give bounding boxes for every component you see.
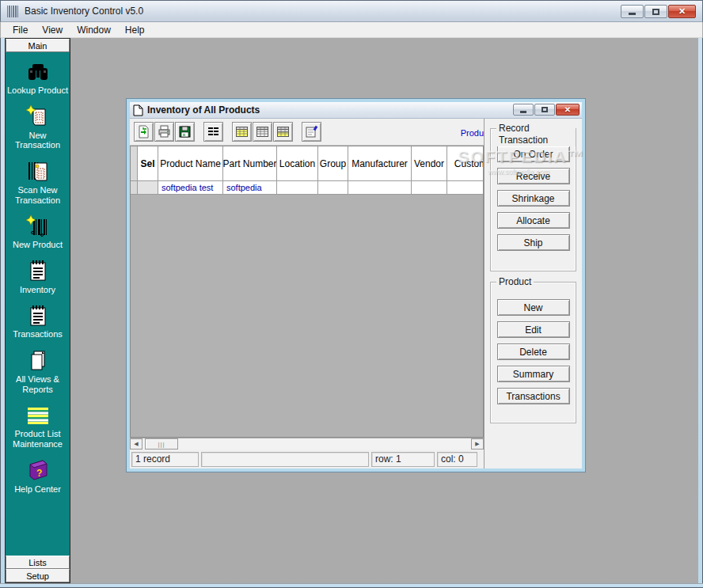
column-header-part-number[interactable]: Part Number [223,146,277,181]
column-header-location[interactable]: Location [277,146,318,181]
grid-data-row[interactable]: softpedia test softpedia [131,181,483,195]
horizontal-scrollbar[interactable]: ◀ ||| ▶ [130,438,484,450]
sidebar-item-label: Scan New Transaction [15,185,60,205]
status-message [201,452,369,467]
documents-icon [27,348,49,373]
delete-product-button[interactable]: Delete [497,343,570,360]
restore-icon [542,107,548,112]
action-panel: Record Transaction On Order Receive Shri… [484,119,582,469]
close-icon: ✕ [564,105,571,114]
print-button[interactable] [154,122,174,142]
shrinkage-button[interactable]: Shrinkage [497,190,570,207]
sidebar-item-lookup-product[interactable]: Lookup Product [6,59,70,96]
application-window: { "window": { "title": "Basic Inventory … [0,0,703,588]
refresh-icon [137,125,150,138]
child-minimize-button[interactable] [513,104,534,116]
document-icon [133,104,143,116]
sidebar-item-label: Transactions [13,329,63,340]
child-window-inventory: Inventory of All Products ✕ [127,99,585,472]
sidebar-item-label: New Transaction [15,131,60,150]
column-header-vendor[interactable]: Vendor [412,146,447,181]
rows-view-button[interactable] [203,122,223,142]
close-button[interactable]: ✕ [668,5,696,18]
maximize-button[interactable] [644,5,667,18]
group-title: Record Transaction [496,123,576,146]
save-button[interactable] [175,122,195,142]
menu-help[interactable]: Help [118,23,152,37]
window-border-right [698,38,703,588]
minimize-button[interactable] [621,5,644,18]
sidebar-item-label: Product List Maintenance [13,429,63,449]
maximize-icon [652,9,659,15]
grid-header-row: Sel Product Name Part Number Location Gr… [131,146,483,181]
status-row: row: 1 [371,452,435,467]
cell-location[interactable] [277,181,318,195]
titlebar: Basic Inventory Control v5.0 ✕ [0,0,703,22]
scroll-right-button[interactable]: ▶ [471,438,484,450]
minimize-icon [520,111,526,113]
menu-view[interactable]: View [35,23,70,37]
sidebar-item-scan-new-transaction[interactable]: Scan New Transaction [6,159,70,205]
column-header-product-name[interactable]: Product Name [158,146,223,181]
sidebar-item-product-list-maintenance[interactable]: Product List Maintenance [6,403,70,449]
barcode-app-icon [7,6,20,17]
sidebar-item-transactions[interactable]: Transactions [6,303,70,340]
window-border-bottom [0,583,703,588]
scrollbar-thumb[interactable]: ||| [145,438,178,450]
column-header-custom[interactable]: Custom [447,146,484,181]
sidebar-item-new-product[interactable]: New Product [6,214,70,250]
scroll-left-button[interactable]: ◀ [130,438,142,450]
grid-summary-icon [276,125,290,138]
svg-text:?: ? [36,468,42,479]
child-window-title: Inventory of All Products [147,104,260,116]
scan-receipt-icon [26,159,50,184]
properties-icon [305,125,318,138]
on-order-button[interactable]: On Order [497,146,570,162]
column-header-sel[interactable]: Sel [138,146,158,181]
menu-file[interactable]: File [6,23,35,37]
column-header-group[interactable]: Group [318,146,348,181]
minimize-icon [629,13,636,15]
sidebar-item-label: Help Center [14,484,61,495]
ship-button[interactable]: Ship [497,234,570,251]
sidebar-item-all-views-reports[interactable]: All Views & Reports [6,348,70,394]
cell-custom[interactable] [447,181,484,195]
cell-product-name[interactable]: softpedia test [158,181,223,195]
summary-button[interactable]: Summary [497,366,570,382]
sidebar-tab-main[interactable]: Main [6,39,70,52]
properties-button[interactable] [302,122,321,142]
allocate-button[interactable]: Allocate [497,212,570,229]
inventory-grid: Sel Product Name Part Number Location Gr… [130,146,484,438]
grid-toolbar: Produ [130,119,484,146]
menu-window[interactable]: Window [70,23,118,37]
sidebar-item-label: Inventory [20,285,55,295]
receive-button[interactable]: Receive [497,168,570,184]
cell-sel[interactable] [138,181,158,195]
new-product-button[interactable]: New [497,299,570,316]
column-header-manufacturer[interactable]: Manufacturer [348,146,412,181]
sidebar-item-label: New Product [13,240,63,250]
sidebar-item-help-center[interactable]: ? Help Center [6,458,70,495]
cell-group[interactable] [318,181,348,195]
grid-view-button[interactable] [253,122,272,142]
grid-summary-view-button[interactable] [273,122,293,142]
edit-product-button[interactable]: Edit [497,321,570,338]
notepad-icon [27,259,49,283]
sidebar-tab-setup[interactable]: Setup [6,569,70,582]
cell-manufacturer[interactable] [348,181,412,195]
cell-part-number[interactable]: softpedia [223,181,277,195]
sidebar-item-inventory[interactable]: Inventory [6,259,70,295]
grid-highlight-view-button[interactable] [232,122,252,142]
product-group: Product New Edit Delete Summary Transact… [490,282,576,423]
refresh-button[interactable] [134,122,154,142]
sidebar-tab-lists[interactable]: Lists [6,556,70,569]
striped-list-icon [26,403,50,427]
child-close-button[interactable]: ✕ [556,104,580,116]
sidebar-item-new-transaction[interactable]: New Transaction [6,104,70,150]
row-selector-cell[interactable] [131,181,138,195]
cell-vendor[interactable] [412,181,447,195]
help-book-icon: ? [25,458,51,483]
child-restore-button[interactable] [534,104,555,116]
transactions-button[interactable]: Transactions [497,388,570,404]
window-title: Basic Inventory Control v5.0 [25,6,143,17]
